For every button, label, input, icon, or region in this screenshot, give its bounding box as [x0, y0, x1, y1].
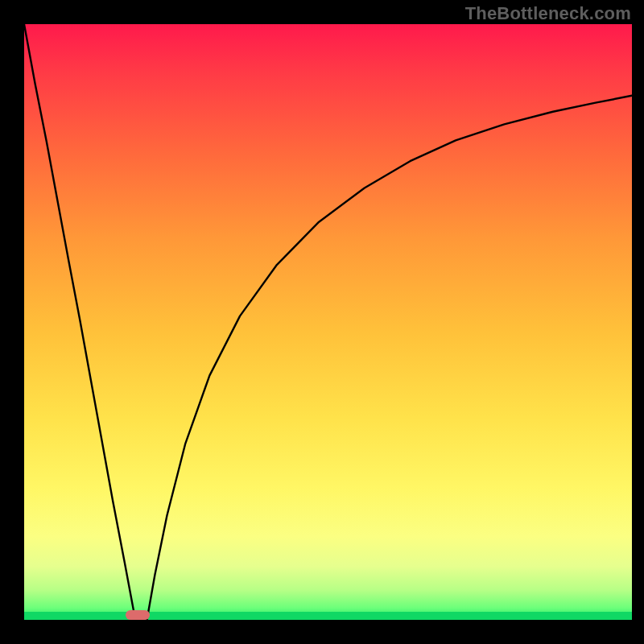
bottleneck-curve: [24, 24, 632, 620]
curve-path: [24, 24, 632, 620]
watermark-text: TheBottleneck.com: [465, 3, 631, 24]
minimum-marker: [126, 610, 150, 620]
chart-frame: TheBottleneck.com: [0, 0, 644, 644]
plot-area: [24, 24, 632, 620]
